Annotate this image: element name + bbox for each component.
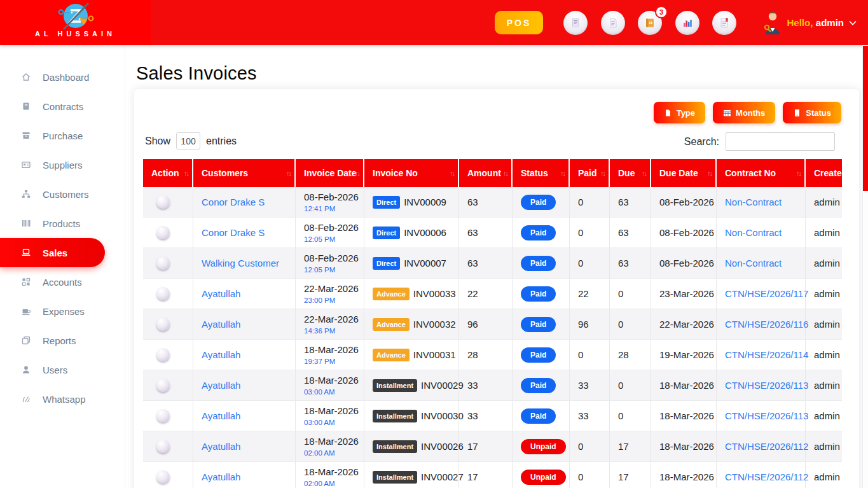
customer-link[interactable]: Conor Drake S — [202, 197, 265, 207]
cell-status: Paid — [513, 401, 570, 431]
sidebar-item-whatsapp[interactable]: Whatsapp — [0, 384, 125, 414]
col-invoice-no[interactable]: Invoice No↑↓ — [364, 159, 459, 187]
customer-link[interactable]: Ayatullah — [202, 410, 240, 421]
contract-link[interactable]: CTN/HSE/2026/114 — [725, 349, 808, 360]
entries-select[interactable]: 100 — [176, 132, 200, 150]
cell-invoice-date: 08-Feb-2026 12:05 PM — [296, 218, 364, 248]
sidebar-item-contracts[interactable]: Contracts — [0, 92, 125, 121]
cell-paid: 0 — [570, 340, 610, 370]
cell-customer: Ayatullah — [193, 279, 296, 309]
cell-amount: 28 — [459, 340, 513, 370]
sidebar-item-users[interactable]: Users — [0, 355, 125, 384]
customer-link[interactable]: Ayatullah — [202, 380, 240, 391]
grid-icon — [21, 277, 31, 287]
cell-amount: 96 — [459, 309, 513, 340]
action-sphere-button[interactable] — [156, 256, 170, 270]
status-filter-button[interactable]: Status — [783, 102, 841, 123]
scrollbar-thumb[interactable] — [863, 46, 868, 191]
col-status[interactable]: Status↑↓ — [513, 159, 570, 187]
sidebar-item-customers[interactable]: Customers — [0, 179, 125, 209]
col-paid[interactable]: Paid↑↓ — [570, 159, 610, 187]
col-contract-no[interactable]: Contract No↑↓ — [717, 159, 806, 187]
chart-icon-button[interactable] — [675, 11, 699, 35]
customer-link[interactable]: Ayatullah — [202, 288, 240, 299]
receipt-icon-button[interactable] — [563, 11, 588, 35]
sidebar-item-purchase[interactable]: Purchase — [0, 121, 125, 150]
contract-link[interactable]: CTN/HSE/2026/116 — [725, 319, 808, 330]
contract-link[interactable]: Non-Contract — [725, 258, 782, 268]
table-row: Ayatullah 18-Mar-2026 03:00 AM Installme… — [143, 401, 842, 431]
col-created-by[interactable]: Created By↑↓ — [806, 159, 842, 187]
action-sphere-button[interactable] — [156, 348, 170, 361]
contract-link[interactable]: CTN/HSE/2026/113 — [725, 380, 808, 391]
user-menu[interactable]: Hello, admin — [762, 0, 857, 45]
company-logo-icon — [55, 2, 96, 31]
customer-link[interactable]: Ayatullah — [202, 349, 240, 360]
action-sphere-button[interactable] — [156, 226, 170, 239]
receipt-icon — [569, 17, 582, 29]
col-customers[interactable]: Customers↑↓ — [193, 159, 296, 187]
notes-icon-button[interactable] — [712, 11, 736, 35]
sidebar-item-sales[interactable]: Sales — [0, 238, 105, 267]
action-sphere-button[interactable] — [156, 379, 170, 392]
col-due-date[interactable]: Due Date↑↓ — [651, 159, 717, 187]
contract-link[interactable]: Non-Contract — [725, 227, 782, 238]
invoice-time-text: 23:00 PM — [304, 296, 364, 304]
col-due[interactable]: Due↑↓ — [610, 159, 651, 187]
cell-contract: Non-Contract — [717, 248, 806, 279]
sort-icon: ↑↓ — [796, 169, 801, 177]
invoice-time-text: 03:00 AM — [304, 419, 364, 426]
table-row: Ayatullah 22-Mar-2026 23:00 PM AdvanceIN… — [143, 279, 842, 309]
cell-action — [143, 218, 193, 248]
id-card-icon — [21, 160, 31, 170]
cell-created-by: admin — [806, 462, 842, 488]
contract-link[interactable]: CTN/HSE/2026/112 — [725, 471, 808, 482]
type-filter-button[interactable]: Type — [654, 102, 705, 123]
mug-icon — [21, 306, 31, 316]
sidebar-item-dashboard[interactable]: Dashboard — [0, 62, 125, 92]
barcode-icon — [21, 218, 31, 228]
filter-buttons: Type Months Status — [654, 102, 841, 123]
vertical-scrollbar[interactable] — [862, 45, 868, 488]
brand-logo[interactable]: AL HUSSAIN — [0, 0, 151, 45]
invoice-type-badge: Advance — [373, 288, 410, 300]
archive-icon — [21, 130, 31, 141]
customer-link[interactable]: Walking Customer — [202, 258, 279, 268]
sidebar-item-expenses[interactable]: Expenses — [0, 296, 125, 326]
contract-link[interactable]: CTN/HSE/2026/117 — [725, 288, 808, 299]
cell-due-date: 18-Mar-2026 — [651, 370, 717, 401]
cell-action — [143, 462, 193, 488]
action-sphere-button[interactable] — [156, 317, 170, 331]
cell-due-date: 08-Feb-2026 — [651, 187, 717, 218]
status-badge: Unpaid — [521, 439, 566, 454]
customer-link[interactable]: Ayatullah — [202, 319, 240, 330]
calendar-icon — [723, 109, 731, 117]
contract-link[interactable]: CTN/HSE/2026/113 — [725, 410, 808, 421]
col-amount[interactable]: Amount↑↓ — [459, 159, 513, 187]
document-icon-button[interactable] — [601, 11, 625, 35]
action-sphere-button[interactable] — [156, 287, 170, 300]
col-invoice-date[interactable]: Invoice Date↑↓ — [296, 159, 364, 187]
pos-button[interactable]: POS — [495, 11, 543, 34]
customer-link[interactable]: Ayatullah — [202, 441, 240, 452]
col-action[interactable]: Action↑↓ — [143, 159, 193, 187]
months-filter-button[interactable]: Months — [713, 102, 775, 123]
invoice-type-badge: Installment — [373, 410, 417, 422]
sidebar-item-suppliers[interactable]: Suppliers — [0, 150, 125, 179]
cell-contract: CTN/HSE/2026/113 — [717, 401, 806, 431]
cell-invoice-date: 22-Mar-2026 14:36 PM — [296, 309, 364, 340]
action-sphere-button[interactable] — [156, 195, 170, 209]
invoice-date-text: 22-Mar-2026 — [304, 283, 364, 294]
contract-link[interactable]: CTN/HSE/2026/112 — [725, 441, 808, 452]
sidebar-item-accounts[interactable]: Accounts — [0, 267, 125, 296]
search-input[interactable] — [726, 132, 835, 151]
contract-link[interactable]: Non-Contract — [725, 197, 782, 207]
action-sphere-button[interactable] — [156, 409, 170, 422]
customer-link[interactable]: Conor Drake S — [202, 227, 265, 238]
action-sphere-button[interactable] — [156, 470, 170, 484]
customer-link[interactable]: Ayatullah — [202, 471, 240, 482]
sidebar-item-reports[interactable]: Reports — [0, 326, 125, 355]
sidebar-item-products[interactable]: Products — [0, 209, 125, 238]
action-sphere-button[interactable] — [156, 440, 170, 453]
ledger-icon-button[interactable]: 3 — [638, 11, 662, 35]
